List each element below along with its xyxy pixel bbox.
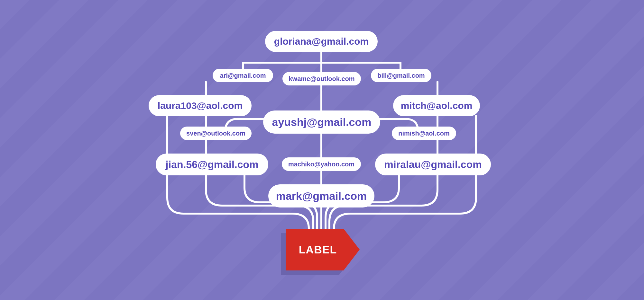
email-sven: sven@outlook.com [180,127,252,140]
email-tree-diagram: gloriana@gmail.com ari@gmail.com kwame@o… [0,0,644,300]
email-jian56: jian.56@gmail.com [156,154,268,175]
email-mark: mark@gmail.com [268,184,374,207]
label-tag: LABEL [286,229,360,270]
email-machiko: machiko@yahoo.com [282,157,361,171]
email-mitch: mitch@aol.com [393,95,480,116]
email-ayushj: ayushj@gmail.com [263,110,380,134]
email-kwame: kwame@outlook.com [282,72,361,85]
email-laura103: laura103@aol.com [149,95,252,116]
email-gloriana: gloriana@gmail.com [265,31,378,52]
email-bill: bill@gmail.com [371,69,431,82]
email-nimish: nimish@aol.com [392,127,456,140]
email-ari: ari@gmail.com [213,69,273,82]
email-miralau: miralau@gmail.com [375,154,491,175]
label-tag-text: LABEL [286,229,350,270]
